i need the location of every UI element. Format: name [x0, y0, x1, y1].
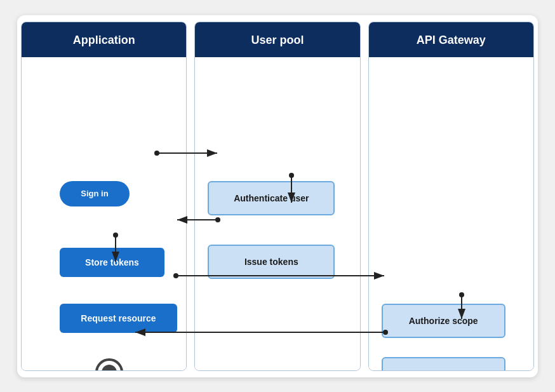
issue-tokens-node: Issue tokens — [208, 245, 335, 279]
column-header-application: Application — [22, 22, 186, 57]
columns-wrapper: Application Sign in Store tokens Request… — [17, 15, 538, 377]
column-application: Application Sign in Store tokens Request… — [21, 22, 187, 371]
authenticate-user-node: Authenticate user — [208, 181, 335, 215]
column-header-user-pool: User pool — [195, 22, 359, 57]
request-resource-node: Request resource — [60, 304, 177, 333]
authorize-scope-node: Authorize scope — [382, 304, 505, 338]
return-data-node: Return data — [382, 357, 505, 371]
column-body-application: Sign in Store tokens Request resource — [22, 57, 186, 370]
column-api-gateway: API Gateway Authorize scope Return data — [368, 22, 534, 371]
end-node — [95, 358, 123, 371]
store-tokens-node: Store tokens — [60, 248, 164, 277]
column-label-application: Application — [73, 34, 135, 46]
diagram-container: Application Sign in Store tokens Request… — [17, 15, 538, 377]
column-body-user-pool: Authenticate user Issue tokens — [195, 57, 359, 370]
end-node-inner — [102, 365, 117, 371]
column-label-api-gateway: API Gateway — [417, 34, 486, 46]
column-label-user-pool: User pool — [251, 34, 304, 46]
column-body-api-gateway: Authorize scope Return data — [369, 57, 533, 370]
column-header-api-gateway: API Gateway — [369, 22, 533, 57]
column-user-pool: User pool Authenticate user Issue tokens — [194, 22, 360, 371]
sign-in-node: Sign in — [60, 181, 130, 206]
